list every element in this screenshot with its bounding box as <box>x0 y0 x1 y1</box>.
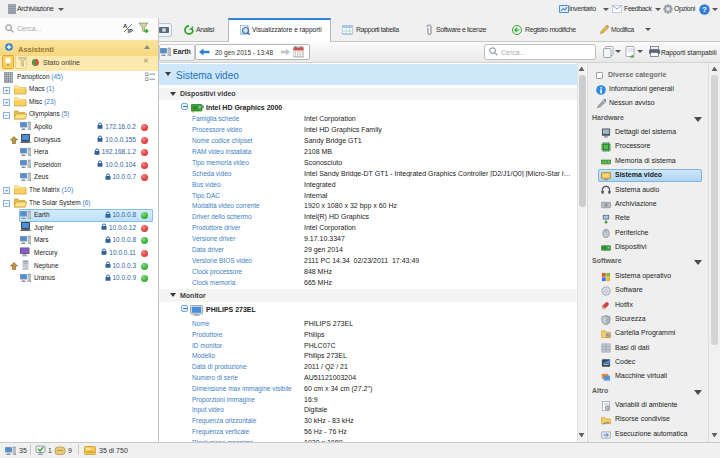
svg-text:?: ? <box>702 5 707 14</box>
svg-text:IP: IP <box>128 28 134 34</box>
